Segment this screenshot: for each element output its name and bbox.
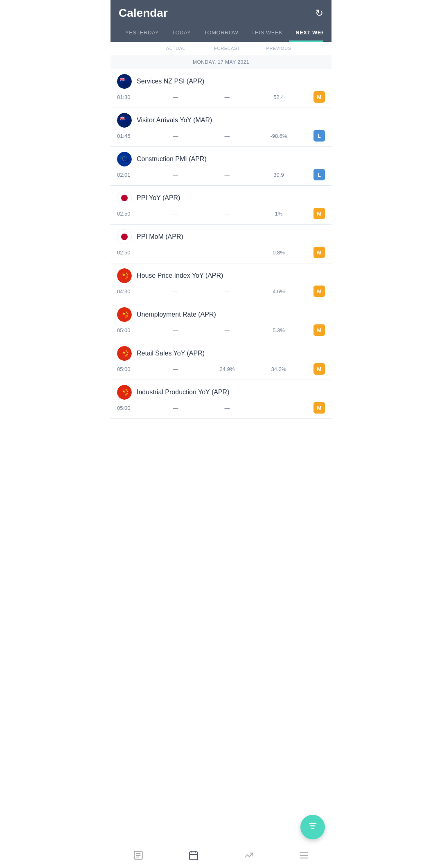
- event-forecast: —: [201, 327, 253, 333]
- event-forecast: —: [201, 94, 253, 100]
- svg-text:🇳🇿: 🇳🇿: [120, 76, 130, 86]
- event-previous: 30.9: [253, 172, 304, 178]
- country-flag: ★ ★ ★ ★ ★: [117, 268, 132, 283]
- nav-tab-yesterday[interactable]: YESTERDAY: [119, 25, 165, 42]
- nav-tab-tomorrow[interactable]: TOMORROW: [197, 25, 245, 42]
- impact-badge: M: [313, 247, 325, 258]
- nav-tabs: YESTERDAYTODAYTOMORROWTHIS WEEKNEXT WEEK: [119, 25, 323, 42]
- forecast-col-header: FORECAST: [201, 46, 253, 51]
- column-headers: ACTUAL FORECAST PREVIOUS: [110, 42, 332, 55]
- event-time: 04:30: [117, 288, 150, 295]
- event-name: Services NZ PSI (APR): [137, 78, 204, 85]
- country-flag: [117, 191, 132, 205]
- event-time: 02:50: [117, 250, 150, 256]
- event-previous: 4.6%: [253, 288, 304, 295]
- country-flag: 🇳🇿: [117, 113, 132, 128]
- svg-text:★: ★: [125, 355, 127, 357]
- event-actual: —: [150, 211, 201, 217]
- event-previous: 52.4: [253, 94, 304, 100]
- country-flag: 🇳🇿: [117, 74, 132, 89]
- event-forecast: —: [201, 250, 253, 256]
- event-row[interactable]: 🇪🇺 Construction PMI (APR) 02:01 — — 30.9…: [110, 147, 332, 186]
- event-row[interactable]: ★ ★ ★ ★ ★ Unemployment Rate (APR) 05:00 …: [110, 302, 332, 341]
- event-time: 05:00: [117, 327, 150, 333]
- event-previous: 1%: [253, 211, 304, 217]
- nav-tab-this-week[interactable]: THIS WEEK: [245, 25, 289, 42]
- event-time: 05:00: [117, 405, 150, 411]
- event-forecast: —: [201, 405, 253, 411]
- event-name: Construction PMI (APR): [137, 155, 207, 163]
- event-name: Industrial Production YoY (APR): [137, 389, 230, 396]
- event-actual: —: [150, 366, 201, 372]
- event-actual: —: [150, 327, 201, 333]
- country-flag: ★ ★ ★ ★ ★: [117, 385, 132, 400]
- svg-text:🇪🇺: 🇪🇺: [120, 154, 130, 164]
- event-time: 05:00: [117, 366, 150, 372]
- event-name: Visitor Arrivals YoY (MAR): [137, 117, 212, 124]
- event-forecast: —: [201, 133, 253, 139]
- event-actual: —: [150, 172, 201, 178]
- event-row[interactable]: 🇳🇿 Visitor Arrivals YoY (MAR) 01:45 — — …: [110, 108, 332, 147]
- country-flag: ★ ★ ★ ★ ★: [117, 346, 132, 361]
- impact-badge: M: [313, 208, 325, 219]
- page-title: Calendar: [119, 7, 168, 20]
- impact-badge: M: [313, 402, 325, 414]
- svg-point-9: [121, 234, 128, 240]
- previous-col-header: PREVIOUS: [253, 46, 304, 51]
- event-previous: 34.2%: [253, 366, 304, 372]
- event-name: Unemployment Rate (APR): [137, 311, 216, 318]
- impact-badge: M: [313, 286, 325, 297]
- impact-badge: L: [313, 169, 325, 180]
- svg-text:★: ★: [125, 316, 127, 318]
- date-section: MONDAY, 17 MAY 2021: [110, 55, 332, 69]
- event-row[interactable]: ★ ★ ★ ★ ★ Industrial Production YoY (APR…: [110, 380, 332, 419]
- event-time: 01:45: [117, 133, 150, 139]
- svg-text:🇳🇿: 🇳🇿: [120, 115, 130, 125]
- event-actual: —: [150, 133, 201, 139]
- event-previous: 5.3%: [253, 327, 304, 333]
- events-list: 🇳🇿 Services NZ PSI (APR) 01:30 — — 52.4 …: [110, 69, 332, 419]
- country-flag: 🇪🇺: [117, 152, 132, 166]
- event-row[interactable]: ★ ★ ★ ★ ★ House Price Index YoY (APR) 04…: [110, 263, 332, 302]
- event-row[interactable]: PPI YoY (APR) 02:50 — — 1% M: [110, 186, 332, 225]
- event-forecast: 24.9%: [201, 366, 253, 372]
- event-actual: —: [150, 405, 201, 411]
- impact-badge: M: [313, 324, 325, 336]
- app-header: Calendar ↻ YESTERDAYTODAYTOMORROWTHIS WE…: [110, 0, 332, 42]
- event-name: Retail Sales YoY (APR): [137, 350, 205, 357]
- event-row[interactable]: ★ ★ ★ ★ ★ Retail Sales YoY (APR) 05:00 —…: [110, 341, 332, 380]
- event-actual: —: [150, 250, 201, 256]
- impact-badge: L: [313, 130, 325, 142]
- nav-tab-next-week[interactable]: NEXT WEEK: [289, 25, 323, 42]
- content-area: ACTUAL FORECAST PREVIOUS MONDAY, 17 MAY …: [110, 42, 332, 452]
- event-time: 01:30: [117, 94, 150, 100]
- impact-badge: M: [313, 91, 325, 103]
- event-time: 02:01: [117, 172, 150, 178]
- event-row[interactable]: 🇳🇿 Services NZ PSI (APR) 01:30 — — 52.4 …: [110, 69, 332, 108]
- time-col-header: [117, 46, 150, 51]
- event-forecast: —: [201, 172, 253, 178]
- event-forecast: —: [201, 211, 253, 217]
- impact-col-header: [304, 46, 325, 51]
- event-actual: —: [150, 288, 201, 295]
- country-flag: [117, 229, 132, 244]
- event-name: House Price Index YoY (APR): [137, 272, 223, 279]
- event-row[interactable]: PPI MoM (APR) 02:50 — — 0.8% M: [110, 225, 332, 263]
- impact-badge: M: [313, 363, 325, 375]
- svg-point-7: [121, 195, 128, 201]
- event-name: PPI MoM (APR): [137, 233, 183, 241]
- nav-tab-today[interactable]: TODAY: [165, 25, 197, 42]
- event-actual: —: [150, 94, 201, 100]
- event-previous: -98.6%: [253, 133, 304, 139]
- event-previous: 0.8%: [253, 250, 304, 256]
- actual-col-header: ACTUAL: [150, 46, 201, 51]
- country-flag: ★ ★ ★ ★ ★: [117, 307, 132, 322]
- svg-text:★: ★: [125, 277, 127, 279]
- event-time: 02:50: [117, 211, 150, 217]
- svg-text:★: ★: [125, 394, 127, 396]
- event-forecast: —: [201, 288, 253, 295]
- event-name: PPI YoY (APR): [137, 194, 180, 202]
- refresh-button[interactable]: ↻: [315, 7, 323, 19]
